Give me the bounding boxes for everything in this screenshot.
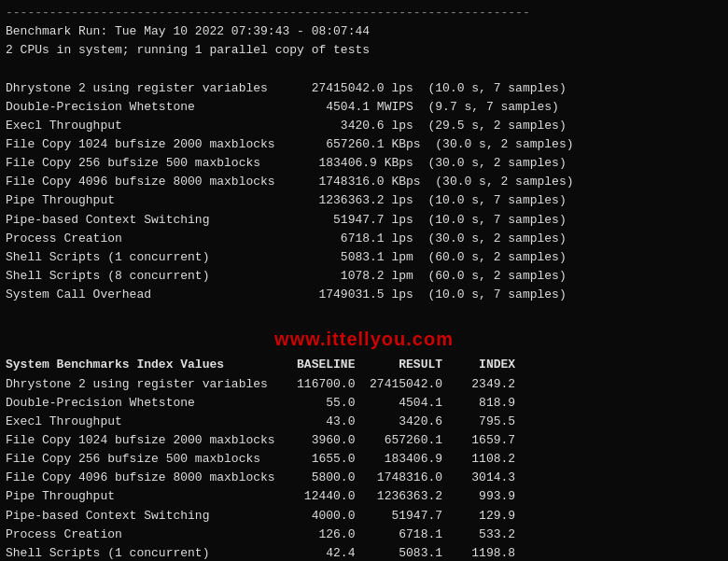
- table-row: Shell Scripts (1 concurrent) 42.4 5083.1…: [6, 544, 722, 561]
- bench-result-line: Double-Precision Whetstone 4504.1 MWIPS …: [6, 98, 722, 117]
- benchmark-results: Dhrystone 2 using register variables 274…: [6, 79, 722, 305]
- table-row: Double-Precision Whetstone 55.0 4504.1 8…: [6, 394, 722, 413]
- bench-result-line: Shell Scripts (1 concurrent) 5083.1 lpm …: [6, 248, 722, 267]
- benchmark-run-line: Benchmark Run: Tue May 10 2022 07:39:43 …: [6, 22, 722, 41]
- table-row: Execl Throughput 43.0 3420.6 795.5: [6, 413, 722, 431]
- table-row: Pipe Throughput 12440.0 1236363.2 993.9: [6, 487, 722, 506]
- table-row: File Copy 4096 bufsize 8000 maxblocks 58…: [6, 469, 722, 487]
- table-row: Process Creation 126.0 6718.1 533.2: [6, 526, 722, 544]
- bench-result-line: Pipe-based Context Switching 51947.7 lps…: [6, 211, 722, 230]
- bench-result-line: Dhrystone 2 using register variables 274…: [6, 79, 722, 98]
- bench-result-line: File Copy 4096 bufsize 8000 maxblocks 17…: [6, 173, 722, 191]
- terminal: ----------------------------------------…: [0, 0, 728, 561]
- separator-top: ----------------------------------------…: [6, 4, 722, 22]
- blank-1: [6, 60, 722, 78]
- bench-result-line: Pipe Throughput 1236363.2 lps (10.0 s, 7…: [6, 191, 722, 210]
- table-row: File Copy 256 bufsize 500 maxblocks 1655…: [6, 450, 722, 469]
- bench-result-line: Shell Scripts (8 concurrent) 1078.2 lpm …: [6, 267, 722, 286]
- bench-result-line: File Copy 1024 bufsize 2000 maxblocks 65…: [6, 135, 722, 154]
- bench-result-line: File Copy 256 bufsize 500 maxblocks 1834…: [6, 154, 722, 173]
- index-table: System Benchmarks Index Values BASELINE …: [6, 356, 722, 561]
- bench-result-line: System Call Overhead 1749031.5 lps (10.0…: [6, 286, 722, 304]
- table-row: Pipe-based Context Switching 4000.0 5194…: [6, 507, 722, 526]
- table-header-row: System Benchmarks Index Values BASELINE …: [6, 356, 722, 374]
- watermark: www.ittellyou.com: [6, 325, 722, 354]
- table-row: File Copy 1024 bufsize 2000 maxblocks 39…: [6, 431, 722, 450]
- bench-result-line: Process Creation 6718.1 lps (30.0 s, 2 s…: [6, 230, 722, 248]
- table-row: Dhrystone 2 using register variables 116…: [6, 375, 722, 394]
- bench-result-line: Execl Throughput 3420.6 lps (29.5 s, 2 s…: [6, 117, 722, 135]
- blank-2: [6, 304, 722, 323]
- cpu-info-line: 2 CPUs in system; running 1 parallel cop…: [6, 41, 722, 60]
